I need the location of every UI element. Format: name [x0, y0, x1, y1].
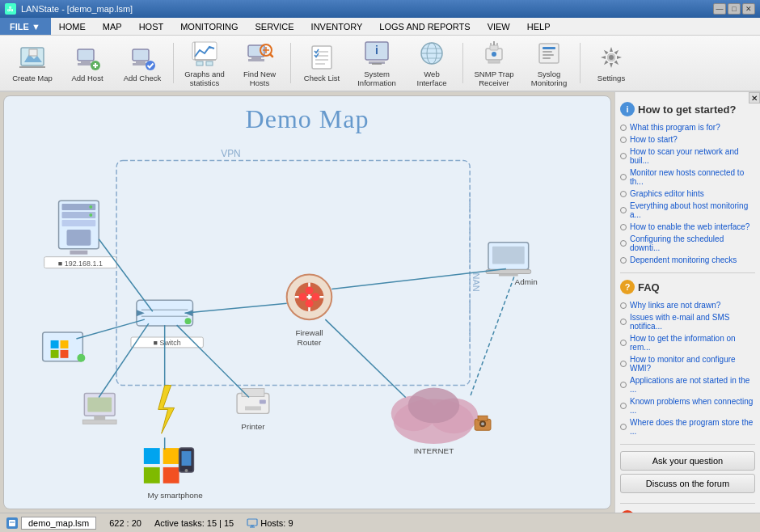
- printer-node[interactable]: [237, 389, 269, 414]
- create-map-button[interactable]: Create Map: [6, 40, 58, 87]
- windows-host-node[interactable]: [43, 332, 86, 362]
- settings-button[interactable]: Settings: [585, 40, 637, 87]
- help-link-3[interactable]: Monitor new hosts connected to th...: [620, 167, 755, 188]
- admin-node[interactable]: [486, 243, 531, 277]
- svg-text:■ 192.168.1.1: ■ 192.168.1.1: [58, 260, 103, 268]
- svg-text:i: i: [375, 44, 378, 57]
- add-check-button[interactable]: Add Check: [116, 40, 168, 87]
- app-icon: 🖧: [5, 3, 16, 15]
- panel-divider-1: [620, 272, 755, 273]
- panel-divider-3: [620, 503, 755, 504]
- svg-text:■ Switch: ■ Switch: [154, 339, 181, 347]
- svg-rect-101: [260, 399, 266, 403]
- svg-line-125: [99, 239, 153, 311]
- faq-link-0[interactable]: Why links are not drawn?: [620, 299, 755, 311]
- svg-point-72: [185, 318, 192, 324]
- svg-line-129: [177, 325, 249, 397]
- server-node[interactable]: [59, 201, 99, 255]
- maximize-button[interactable]: □: [728, 3, 741, 15]
- tell-others-title: Tell Others!: [638, 512, 695, 513]
- menu-view[interactable]: VIEW: [479, 18, 519, 35]
- menu-host[interactable]: HOST: [131, 18, 173, 35]
- web-interface-button[interactable]: Web Interface: [406, 40, 458, 87]
- svg-rect-88: [492, 247, 525, 264]
- tell-others-icon: ♥: [620, 510, 635, 513]
- graphs-button[interactable]: Graphs and statistics: [179, 40, 230, 87]
- system-info-button[interactable]: i System Information: [351, 40, 403, 87]
- svg-rect-18: [206, 61, 213, 65]
- faq-link-1[interactable]: Issues with e-mail and SMS notifica...: [620, 311, 755, 332]
- faq-header: ? FAQ: [620, 280, 755, 294]
- panel-close-button[interactable]: ✕: [749, 92, 760, 103]
- menu-monitoring[interactable]: MONITORING: [172, 18, 247, 35]
- map-area[interactable]: Demo Map VPN NAN ■ 192: [3, 95, 611, 509]
- check-list-button[interactable]: Check List: [296, 40, 348, 87]
- check-list-label: Check List: [304, 74, 340, 82]
- menu-logs[interactable]: LOGS AND REPORTS: [371, 18, 479, 35]
- svg-rect-41: [490, 45, 498, 50]
- switch-node[interactable]: [137, 300, 193, 326]
- toolbar-sep-4: [580, 43, 581, 83]
- add-host-icon: [73, 43, 102, 72]
- minimize-button[interactable]: —: [713, 3, 726, 15]
- title-bar: 🖧 LANState - [demo_map.lsm] — □ ✕: [0, 0, 760, 18]
- svg-rect-135: [9, 520, 15, 526]
- menu-map[interactable]: MAP: [95, 18, 131, 35]
- help-link-8[interactable]: Dependent monitoring checks: [620, 254, 755, 266]
- faq-icon: ?: [620, 280, 635, 294]
- add-host-button[interactable]: Add Host: [61, 40, 113, 87]
- svg-point-116: [481, 422, 484, 425]
- help-link-7[interactable]: Configuring the scheduled downti...: [620, 233, 755, 254]
- svg-rect-66: [70, 251, 87, 255]
- menu-service[interactable]: SERVICE: [247, 18, 302, 35]
- faq-link-4[interactable]: Applications are not started in the ...: [620, 374, 755, 395]
- svg-rect-48: [543, 47, 555, 49]
- help-link-1[interactable]: How to start?: [620, 133, 755, 146]
- svg-rect-20: [251, 57, 261, 59]
- menu-home[interactable]: HOME: [51, 18, 95, 35]
- status-hosts: Hosts: 9: [260, 518, 293, 528]
- menu-help[interactable]: HELP: [519, 18, 559, 35]
- syslog-button[interactable]: Syslog Monitoring: [523, 40, 575, 87]
- svg-rect-14: [192, 42, 217, 60]
- help-link-5[interactable]: Everything about host monitoring a...: [620, 200, 755, 221]
- svg-rect-93: [51, 340, 59, 348]
- smartphone-node[interactable]: [144, 448, 194, 483]
- help-link-4[interactable]: Graphics editor hints: [620, 188, 755, 200]
- snmp-trap-button[interactable]: SNMP Trap Receiver: [468, 40, 520, 87]
- svg-point-97: [77, 354, 85, 362]
- system-info-label: System Information: [353, 70, 400, 88]
- faq-link-6[interactable]: Where does the program store the ...: [620, 416, 755, 437]
- add-host-label: Add Host: [71, 74, 103, 82]
- faq-link-5[interactable]: Known problems when connecting ...: [620, 395, 755, 416]
- close-button[interactable]: ✕: [742, 3, 755, 15]
- svg-rect-137: [247, 519, 257, 526]
- discuss-forum-button[interactable]: Discuss on the forum: [620, 474, 755, 493]
- status-active-tasks: Active tasks: 15 | 15: [154, 518, 234, 528]
- firewall-node[interactable]: [287, 275, 332, 320]
- svg-rect-99: [242, 389, 264, 397]
- svg-rect-47: [539, 44, 559, 63]
- svg-rect-106: [94, 416, 105, 420]
- svg-rect-10: [133, 49, 149, 61]
- system-info-icon: i: [362, 39, 391, 68]
- toolbar: Create Map Add Host Add C: [0, 36, 760, 92]
- menu-inventory[interactable]: INVENTORY: [303, 18, 372, 35]
- svg-rect-4: [78, 49, 94, 61]
- faq-link-2[interactable]: How to get the information on rem...: [620, 332, 755, 353]
- snmp-trap-icon: [479, 39, 509, 68]
- svg-point-84: [311, 293, 319, 301]
- add-check-icon: [128, 43, 157, 72]
- help-link-6[interactable]: How to enable the web interface?: [620, 221, 755, 233]
- settings-label: Settings: [597, 74, 625, 82]
- faq-link-3[interactable]: How to monitor and configure WMI?: [620, 353, 755, 374]
- old-computer-node[interactable]: [82, 394, 116, 424]
- web-interface-icon: [417, 39, 446, 68]
- toolbar-sep-3: [462, 43, 463, 83]
- help-link-2[interactable]: How to scan your network and buil...: [620, 146, 755, 167]
- help-link-0[interactable]: What this program is for?: [620, 121, 755, 133]
- faq-title: FAQ: [638, 281, 660, 293]
- menu-file[interactable]: FILE ▼: [0, 18, 51, 35]
- ask-question-button[interactable]: Ask your question: [620, 451, 755, 471]
- find-hosts-button[interactable]: Find New Hosts: [234, 40, 285, 87]
